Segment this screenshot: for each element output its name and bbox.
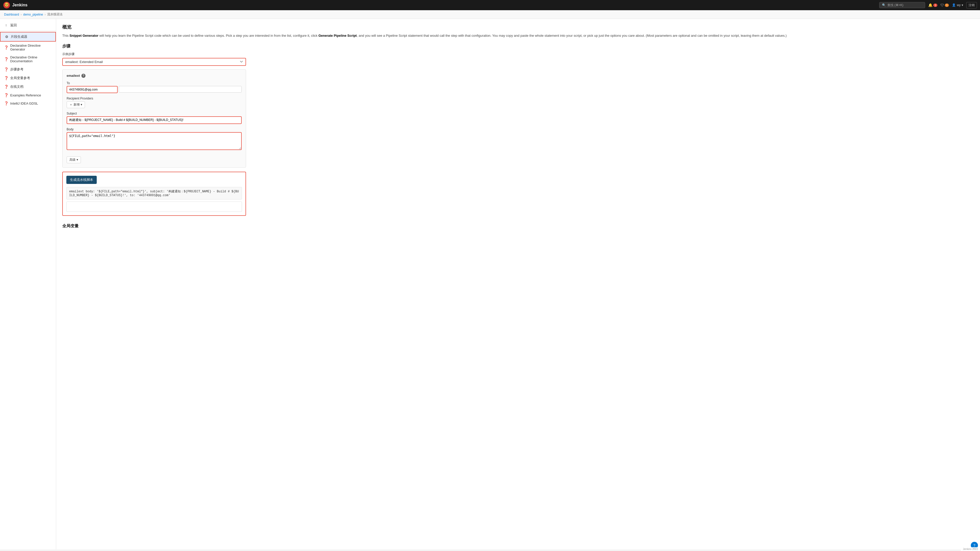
plus-icon: ＋: [69, 103, 73, 107]
breadcrumb-sep-2: ›: [45, 13, 46, 16]
recipient-providers-label: Recipient Providers: [67, 97, 242, 100]
to-input[interactable]: [67, 86, 118, 93]
svg-point-3: [7, 4, 8, 5]
sidebar-back[interactable]: ↑ 返回: [0, 21, 56, 30]
user-icon: 👤: [952, 3, 956, 7]
add-btn-label: 新增: [73, 103, 80, 107]
sidebar-global-vars-label: 全局变量参考: [10, 76, 30, 80]
question-icon-2: ❓: [4, 57, 8, 61]
sidebar-item-examples-reference[interactable]: ❓ Examples Reference: [0, 91, 56, 99]
breadcrumb: Dashboard › demo_pipeline › 流水线语法: [0, 10, 980, 19]
advanced-btn-label: 高级: [69, 158, 76, 162]
recipient-providers-group: Recipient Providers ＋ 新增 ▾: [67, 97, 242, 108]
emailext-help-icon[interactable]: ?: [81, 74, 86, 78]
generate-btn[interactable]: 生成流水线脚本: [66, 176, 97, 184]
sidebar-steps-label: 步骤参考: [10, 67, 24, 72]
navbar-right: 🔍 🔔 1 🛡 1 👤 wy ▾ 注销: [879, 2, 977, 8]
username: wy: [957, 3, 961, 7]
search-input[interactable]: [887, 3, 921, 7]
sidebar-examples-label: Examples Reference: [10, 94, 41, 97]
sidebar: ↑ 返回 ⚙ 片段生成器 ❓ Declarative Directive Gen…: [0, 19, 56, 549]
add-recipient-btn[interactable]: ＋ 新增 ▾: [67, 101, 85, 108]
navbar-left: Jenkins: [3, 2, 27, 9]
user-menu[interactable]: 👤 wy ▾: [952, 3, 963, 7]
sidebar-item-online-docs[interactable]: ❓ 在线文档: [0, 83, 56, 91]
emailext-panel: emailext ? To Recipient Providers ＋ 新增 ▾: [62, 69, 246, 168]
question-icon-3: ❓: [4, 67, 8, 71]
sidebar-item-snippet-generator[interactable]: ⚙ 片段生成器: [0, 32, 56, 41]
sidebar-declarative-online-label: Declarative Online Documentation: [10, 56, 52, 63]
notifications-btn[interactable]: 🔔 1: [928, 3, 937, 7]
breadcrumb-sep-1: ›: [21, 13, 22, 16]
breadcrumb-dashboard[interactable]: Dashboard: [4, 13, 19, 16]
to-group: To: [67, 81, 242, 93]
code-output-area[interactable]: [66, 202, 242, 212]
step-select[interactable]: emailext: Extended Email: [62, 58, 246, 66]
overview-title: 概览: [62, 24, 974, 30]
sidebar-intellij-label: IntelliJ IDEA GDSL: [10, 102, 38, 105]
breadcrumb-current: 流水线语法: [47, 12, 62, 17]
sample-step-label: 示例步骤: [62, 52, 974, 56]
navbar-title: Jenkins: [12, 3, 27, 7]
advanced-chevron-icon: ▾: [76, 158, 78, 162]
svg-point-1: [5, 3, 8, 6]
chevron-down-icon: ▾: [962, 3, 963, 7]
emailext-label: emailext: [67, 74, 80, 78]
sidebar-declarative-directive-label: Declarative Directive Generator: [10, 44, 52, 51]
sidebar-back-label: 返回: [10, 23, 17, 27]
svg-point-2: [6, 4, 6, 5]
question-icon-4: ❓: [4, 76, 8, 80]
generated-code: emailext body: '${FILE,path="email.html"…: [66, 187, 242, 200]
corner-question-icon: ?: [974, 543, 975, 548]
sidebar-item-declarative-online-doc[interactable]: ❓ Declarative Online Documentation: [0, 53, 56, 65]
snippet-generator-bold: Snippet Generator: [69, 34, 98, 38]
advanced-btn[interactable]: 高级 ▾: [67, 156, 81, 163]
shield-icon: 🛡: [940, 3, 944, 7]
subject-group: Subject: [67, 112, 242, 124]
breadcrumb-pipeline[interactable]: demo_pipeline: [23, 13, 43, 16]
description-text: This Snippet Generator will help you lea…: [62, 33, 974, 38]
sidebar-snippet-label: 片段生成器: [11, 35, 27, 39]
to-extra-input[interactable]: [119, 86, 242, 93]
search-icon: 🔍: [882, 3, 886, 7]
generate-script-bold: Generate Pipeline Script: [318, 34, 357, 38]
add-dropdown-icon: ▾: [81, 103, 82, 106]
sidebar-item-steps-reference[interactable]: ❓ 步骤参考: [0, 65, 56, 74]
sidebar-online-docs-label: 在线文档: [10, 84, 24, 89]
emailext-title: emailext ?: [67, 74, 242, 78]
global-vars-title: 全局变量: [62, 224, 974, 229]
sidebar-item-declarative-directive[interactable]: ❓ Declarative Directive Generator: [0, 41, 56, 53]
layout: ↑ 返回 ⚙ 片段生成器 ❓ Declarative Directive Gen…: [0, 19, 980, 549]
sidebar-item-intellij[interactable]: ❓ IntelliJ IDEA GDSL: [0, 99, 56, 107]
navbar: Jenkins 🔍 🔔 1 🛡 1 👤 wy ▾ 注销: [0, 0, 980, 10]
question-icon-1: ❓: [4, 45, 8, 49]
sidebar-item-global-vars[interactable]: ❓ 全局变量参考: [0, 74, 56, 83]
notifications-badge: 1: [933, 3, 937, 7]
steps-title: 步骤: [62, 44, 974, 49]
security-btn[interactable]: 🛡 1: [940, 3, 949, 7]
sidebar-divider-1: [0, 30, 56, 31]
body-textarea[interactable]: ${FILE,path="email.html"}: [67, 132, 242, 150]
question-icon-5: ❓: [4, 85, 8, 89]
search-box[interactable]: 🔍: [879, 2, 925, 8]
gear-icon: ⚙: [5, 35, 9, 39]
main-content: 概览 This Snippet Generator will help you …: [56, 19, 980, 549]
question-icon-7: ❓: [4, 101, 8, 105]
to-field-container: [67, 86, 242, 93]
bottom-bar: Jenkins 2022: [961, 547, 980, 549]
body-group: Body ${FILE,path="email.html"}: [67, 127, 242, 151]
arrow-up-icon: ↑: [4, 23, 8, 27]
bottom-bar-text: Jenkins 2022: [963, 548, 978, 549]
subject-label: Subject: [67, 112, 242, 115]
bell-icon: 🔔: [928, 3, 932, 7]
question-icon-6: ❓: [4, 93, 8, 97]
jenkins-logo: [3, 2, 10, 9]
body-label: Body: [67, 127, 242, 131]
generate-section: 生成流水线脚本 emailext body: '${FILE,path="ema…: [62, 171, 246, 216]
sample-step-group: 示例步骤 emailext: Extended Email: [62, 52, 974, 66]
security-badge: 1: [945, 3, 949, 7]
subject-input[interactable]: [67, 116, 242, 124]
logout-btn[interactable]: 注销: [966, 2, 977, 8]
to-label: To: [67, 81, 242, 85]
